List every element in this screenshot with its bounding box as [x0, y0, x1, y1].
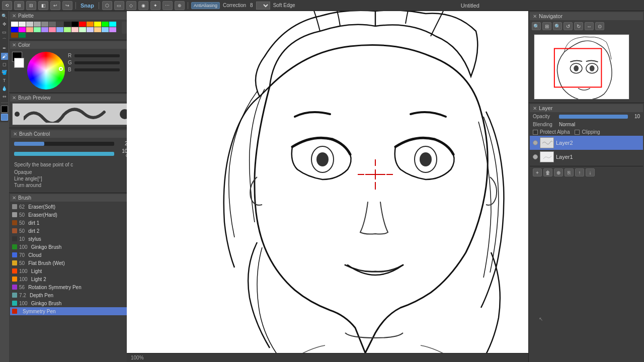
toolbar-btn-6[interactable]: ↪ [62, 1, 72, 10]
brush-list-item[interactable]: 100Ginkgo Brush [10, 299, 134, 307]
toolbar-btn-10[interactable]: ◉ [138, 1, 148, 10]
layer-close[interactable]: ✕ [533, 106, 537, 111]
brush-preview-close[interactable]: ✕ [12, 95, 16, 101]
palette-color[interactable] [34, 22, 41, 27]
palette-color[interactable] [64, 27, 71, 32]
palette-color[interactable] [11, 27, 18, 32]
palette-scrollbar[interactable] [122, 22, 127, 34]
nav-rotate-right[interactable]: ↻ [574, 22, 583, 30]
layer2-eye[interactable] [533, 140, 538, 145]
tool-fill[interactable]: 🪣 [1, 69, 8, 76]
drawing-canvas[interactable] [127, 11, 528, 362]
nav-zoom-in[interactable]: 🔍 [553, 22, 562, 30]
palette-color[interactable] [102, 22, 109, 27]
brush-list-item[interactable]: Symmetry Pen [10, 307, 134, 315]
palette-color[interactable] [71, 22, 78, 27]
palette-color[interactable] [109, 22, 116, 27]
toolbar-btn-1[interactable]: ⟲ [2, 1, 12, 10]
palette-color[interactable] [34, 27, 41, 32]
palette-color[interactable] [79, 22, 86, 27]
size-slider[interactable] [14, 142, 114, 146]
palette-color[interactable] [56, 22, 63, 27]
color-close[interactable]: ✕ [12, 42, 16, 48]
palette-color[interactable] [49, 27, 56, 32]
g-track[interactable] [74, 61, 120, 64]
toolbar-btn-8[interactable]: ▭ [114, 1, 124, 10]
palette-color[interactable] [11, 22, 18, 27]
correction-dropdown[interactable] [256, 2, 270, 10]
brush-list-item[interactable]: 100Light 2 [10, 275, 134, 283]
tool-lasso[interactable]: ⌒ [1, 37, 8, 44]
layer-merge[interactable]: ⊕ [554, 168, 563, 176]
tool-color1[interactable] [1, 106, 8, 113]
palette-color[interactable] [26, 27, 33, 32]
layer-move-down[interactable]: ↓ [586, 168, 595, 176]
tool-zoom[interactable]: 🔍 [1, 13, 8, 20]
layer-move-up[interactable]: ↑ [575, 168, 584, 176]
brush-list-item[interactable]: 10stylus [10, 235, 134, 243]
toolbar-btn-2[interactable]: ⊞ [14, 1, 24, 10]
antialiasing-button[interactable]: AntiAliasing [191, 2, 220, 9]
tool-select[interactable]: ▭ [1, 29, 8, 36]
palette-color[interactable] [79, 27, 86, 32]
toolbar-btn-5[interactable]: ↩ [50, 1, 60, 10]
snap-label[interactable]: Snap [80, 3, 94, 9]
background-swatch[interactable] [14, 58, 24, 68]
palette-color[interactable] [64, 22, 71, 27]
b-track[interactable] [74, 68, 120, 71]
color-wheel[interactable] [27, 52, 65, 89]
palette-color[interactable] [109, 27, 116, 32]
brush-list-item[interactable]: 50Flat Brush (Wet) [10, 259, 134, 267]
tool-color2[interactable] [1, 114, 8, 121]
palette-color[interactable] [56, 27, 63, 32]
brush-list-item[interactable]: 62Eraser(Soft) [10, 203, 134, 211]
nav-fit[interactable]: ⊞ [542, 22, 551, 30]
clipping-checkbox[interactable] [575, 130, 580, 135]
tool-eraser[interactable]: ◻ [1, 61, 8, 68]
layer-delete[interactable]: 🗑 [543, 168, 552, 176]
opacity-track[interactable] [559, 115, 628, 119]
protect-alpha-checkbox[interactable] [533, 130, 538, 135]
palette-color[interactable] [26, 22, 33, 27]
toolbar-btn-9[interactable]: ◇ [126, 1, 136, 10]
palette-close[interactable]: ✕ [12, 13, 16, 19]
layer-item-2[interactable]: Layer2 [530, 136, 643, 150]
layer-add[interactable]: + [533, 168, 542, 176]
nav-reset[interactable]: ⊙ [595, 22, 604, 30]
opacity-slider[interactable] [14, 152, 114, 156]
navigator-close[interactable]: ✕ [533, 14, 537, 19]
brush-list-item[interactable]: 70Cloud [10, 251, 134, 259]
brush-list-item[interactable]: 100Ginkgo Brush [10, 243, 134, 251]
toolbar-btn-13[interactable]: ⊕ [175, 1, 185, 10]
layer-item-1[interactable]: Layer1 [530, 150, 643, 164]
palette-color[interactable] [41, 27, 48, 32]
palette-color[interactable] [19, 33, 26, 38]
palette-color[interactable] [41, 22, 48, 27]
palette-color[interactable] [71, 27, 78, 32]
palette-color[interactable] [94, 27, 101, 32]
tool-brush[interactable]: 🖌 [1, 53, 8, 60]
toolbar-btn-12[interactable]: ⋯ [163, 1, 173, 10]
toolbar-btn-7[interactable]: ⬡ [102, 1, 112, 10]
tool-move[interactable]: ✥ [1, 21, 8, 28]
brush-list-close[interactable]: ✕ [12, 195, 16, 201]
brush-list-item[interactable]: 7.2Depth Pen [10, 291, 134, 299]
palette-color[interactable] [19, 22, 26, 27]
brush-list-item[interactable]: 50Eraser(Hard) [10, 211, 134, 219]
toolbar-btn-11[interactable]: ✦ [150, 1, 160, 10]
palette-color[interactable] [94, 22, 101, 27]
tool-text[interactable]: T [1, 77, 8, 84]
palette-color[interactable] [87, 27, 94, 32]
brush-list-item[interactable]: 50dirt 2 [10, 227, 134, 235]
palette-color[interactable] [49, 22, 56, 27]
tool-transform[interactable]: ⇔ [1, 93, 8, 100]
brush-list-item[interactable]: 56Rotation Symmetry Pen [10, 283, 134, 291]
palette-color[interactable] [87, 22, 94, 27]
palette-color[interactable] [102, 27, 109, 32]
nav-flip[interactable]: ↔ [585, 22, 594, 30]
nav-rotate-left[interactable]: ↺ [564, 22, 573, 30]
nav-zoom-out[interactable]: 🔍 [532, 22, 541, 30]
tool-eyedrop[interactable]: 💧 [1, 85, 8, 92]
brush-list-item[interactable]: 50dirt 1 [10, 219, 134, 227]
palette-color[interactable] [19, 27, 26, 32]
